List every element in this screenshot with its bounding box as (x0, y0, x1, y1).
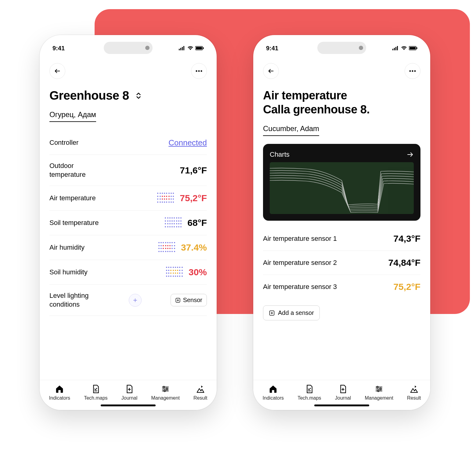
svg-rect-17 (397, 46, 398, 50)
svg-point-9 (201, 70, 202, 72)
heatmap-icon (165, 217, 182, 228)
heatmap-icon (166, 267, 183, 278)
home-indicator (101, 404, 156, 406)
heatmap-icon (158, 242, 175, 253)
row-value: 75,2°F (393, 282, 420, 292)
svg-rect-2 (182, 47, 183, 50)
svg-rect-14 (392, 49, 393, 50)
tab-indicators[interactable]: Indicators (49, 384, 70, 401)
sensor-button[interactable]: Sensor (171, 294, 207, 306)
row-soil-humidity[interactable]: Soil humidity 30% (49, 260, 207, 285)
arrow-left-icon (268, 68, 274, 74)
sliders-icon (161, 384, 170, 394)
back-button[interactable] (49, 63, 65, 79)
phone-air-temperature-detail: 9:41 Air temperature Calla greenhouse 8.… (253, 35, 430, 410)
flag-mountain-icon (196, 384, 205, 394)
svg-point-11 (163, 386, 165, 388)
svg-point-12 (166, 388, 168, 390)
tab-techmaps[interactable]: Tech.maps (298, 384, 321, 401)
greenhouse-selector[interactable]: Greenhouse 8 (49, 89, 207, 102)
row-air-humidity[interactable]: Air humidity 37.4% (49, 235, 207, 260)
cellular-icon (392, 46, 399, 50)
tab-result[interactable]: Result (407, 384, 421, 401)
flag-mountain-icon (409, 384, 419, 394)
device-notch (317, 42, 366, 54)
row-air-temperature[interactable]: Air temperature 75,2°F (49, 186, 207, 211)
page-title: Greenhouse 8 (49, 89, 129, 102)
svg-rect-0 (179, 49, 180, 50)
svg-point-22 (412, 70, 413, 72)
row-label: Air temperature sensor 1 (263, 234, 393, 243)
tab-management[interactable]: Management (151, 384, 179, 401)
svg-point-27 (377, 390, 379, 392)
status-icons (179, 46, 204, 50)
row-lighting[interactable]: Level lighting conditions Sensor (49, 285, 207, 316)
more-button[interactable] (191, 63, 207, 79)
row-sensor-3[interactable]: Air temperature sensor 3 75,2°F (263, 275, 420, 299)
wifi-icon (401, 46, 407, 50)
tab-indicators[interactable]: Indicators (263, 384, 284, 401)
home-indicator (314, 404, 369, 406)
tab-label: Result (193, 395, 207, 401)
document-plus-icon (125, 384, 134, 394)
tab-journal[interactable]: Journal (335, 384, 351, 401)
svg-rect-1 (180, 48, 181, 50)
row-label: Soil humidity (49, 268, 160, 277)
phone-greenhouse-overview: 9:41 Greenhouse 8 Огурец, Адам (40, 35, 217, 410)
row-value: 74,84°F (388, 258, 420, 268)
svg-rect-6 (203, 47, 204, 49)
dots-horizontal-icon (196, 70, 202, 72)
row-value: 37.4% (181, 242, 207, 253)
tab-label: Management (365, 395, 393, 401)
add-sensor-button[interactable]: Add a sensor (263, 305, 320, 320)
charts-card[interactable]: Charts (263, 144, 420, 221)
tab-management[interactable]: Management (365, 384, 393, 401)
svg-point-23 (414, 70, 416, 72)
row-value: 74,3°F (393, 233, 420, 244)
row-label: Air temperature (49, 194, 152, 203)
crop-selector[interactable]: Огурец, Адам (49, 110, 96, 122)
svg-rect-20 (417, 47, 417, 49)
charts-label: Charts (270, 151, 290, 159)
tab-label: Journal (335, 395, 351, 401)
tab-label: Journal (121, 395, 137, 401)
controller-status[interactable]: Connected (168, 138, 207, 148)
tab-label: Management (151, 395, 179, 401)
row-value: 30% (189, 267, 207, 277)
more-button[interactable] (405, 63, 420, 79)
home-icon (269, 384, 278, 394)
back-button[interactable] (263, 63, 279, 79)
add-sensor-label: Add a sensor (278, 309, 314, 316)
tab-journal[interactable]: Journal (121, 384, 137, 401)
svg-rect-19 (409, 47, 416, 49)
arrow-right-icon (406, 151, 414, 158)
wifi-icon (187, 46, 193, 50)
row-label: Level lighting conditions (49, 291, 104, 309)
svg-point-7 (196, 70, 197, 72)
row-soil-temperature[interactable]: Soil temperature 68°F (49, 211, 207, 235)
battery-icon (409, 46, 417, 50)
tab-label: Tech.maps (298, 395, 321, 401)
chart-lines-icon (270, 162, 414, 214)
add-lighting-button[interactable] (129, 294, 142, 307)
crop-selector[interactable]: Cucumber, Adam (263, 124, 319, 136)
row-sensor-1[interactable]: Air temperature sensor 1 74,3°F (263, 227, 420, 251)
row-label: Air temperature sensor 2 (263, 258, 388, 267)
row-outdoor-temperature[interactable]: Outdoor temperature 71,6°F (49, 155, 207, 186)
tab-result[interactable]: Result (193, 384, 207, 401)
row-sensor-2[interactable]: Air temperature sensor 2 74,84°F (263, 251, 420, 275)
sensor-button-label: Sensor (183, 297, 202, 304)
row-label: Air temperature sensor 3 (263, 283, 393, 291)
svg-point-8 (198, 70, 200, 72)
device-notch (104, 42, 153, 54)
row-label: Soil temperature (49, 219, 159, 227)
chevron-up-down-icon (135, 92, 142, 100)
page-title: Air temperature Calla greenhouse 8. (263, 89, 420, 116)
tab-techmaps[interactable]: Tech.maps (84, 384, 107, 401)
svg-point-26 (380, 388, 381, 390)
row-controller[interactable]: Controller Connected (49, 131, 207, 155)
svg-point-21 (409, 70, 411, 72)
battery-icon (195, 46, 204, 50)
svg-point-13 (164, 390, 165, 392)
plus-box-icon (269, 310, 275, 316)
